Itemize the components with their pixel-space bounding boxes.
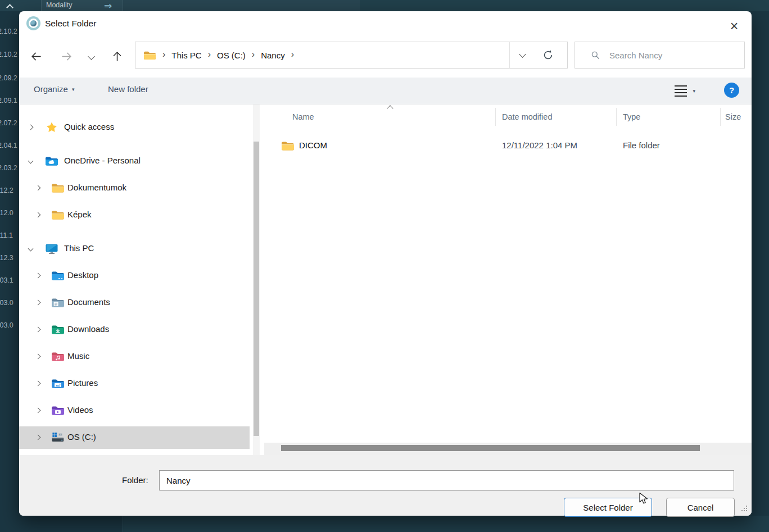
sidebar-item-documents[interactable]: Documents [19, 292, 250, 314]
date-value: .12.3 [0, 254, 20, 262]
arrow-up-icon [111, 51, 123, 62]
organize-button[interactable]: Organize▾ [34, 84, 74, 94]
chevron-right-icon[interactable] [35, 435, 41, 440]
background-panel [123, 516, 769, 532]
modality-column-header[interactable]: Modality [46, 1, 73, 9]
date-value: .11.1 [0, 231, 20, 239]
up-button[interactable] [107, 46, 127, 66]
divider [41, 0, 42, 11]
scrollbar-thumb[interactable] [281, 445, 700, 451]
sidebar-item-dokumentumok[interactable]: Dokumentumok [19, 177, 250, 199]
divider [123, 516, 123, 532]
sidebar-item-pictures[interactable]: Pictures [19, 372, 250, 395]
sidebar-scrollbar[interactable] [253, 104, 260, 455]
divider [123, 0, 123, 11]
search-icon [591, 51, 600, 60]
breadcrumb-item-this-pc[interactable]: This PC [171, 51, 201, 60]
search-box [575, 42, 745, 69]
column-header-type[interactable]: Type [623, 104, 640, 129]
search-input[interactable] [609, 51, 739, 60]
videos-folder-icon [51, 404, 65, 416]
folder-icon [281, 140, 295, 152]
date-value: 2.04.1 [0, 142, 20, 149]
sidebar-item-os-c[interactable]: OS (C:) [19, 426, 250, 449]
chevron-right-icon[interactable] [35, 354, 41, 360]
sidebar-item-this-pc[interactable]: This PC [19, 238, 250, 260]
dialog-title: Select Folder [45, 19, 96, 29]
sidebar-item-onedrive[interactable]: OneDrive - Personal [19, 150, 250, 172]
navigation-pane: Quick access OneDrive - Personal Dokumen… [19, 104, 263, 455]
chevron-right-icon[interactable] [35, 212, 41, 218]
date-value: .12.2 [0, 187, 20, 194]
breadcrumb-separator: › [208, 49, 211, 60]
sidebar-item-downloads[interactable]: Downloads [19, 319, 250, 341]
pictures-folder-icon [51, 378, 65, 389]
folder-icon [51, 182, 65, 194]
date-value: .12.0 [0, 209, 20, 217]
date-value: .03.0 [0, 321, 20, 329]
background-toolbar-segment [0, 0, 41, 11]
column-header-size[interactable]: Size [725, 104, 741, 129]
back-button[interactable] [26, 46, 46, 66]
background-toolbar-segment [123, 0, 360, 11]
column-divider[interactable] [720, 108, 721, 126]
breadcrumb-separator: › [252, 49, 255, 60]
folder-name-input[interactable] [159, 470, 734, 490]
chevron-down-icon[interactable] [28, 246, 34, 252]
drive-icon [51, 431, 65, 443]
mouse-cursor [639, 492, 650, 506]
chevron-right-icon[interactable] [35, 408, 41, 413]
column-divider[interactable] [616, 108, 617, 126]
column-header-name[interactable]: Name [292, 104, 314, 129]
chevron-right-icon[interactable] [35, 381, 41, 387]
resize-grip[interactable] [740, 504, 748, 512]
date-value: 2.09.1 [0, 97, 20, 104]
close-icon[interactable]: × [723, 17, 745, 35]
recent-locations-chevron[interactable] [88, 53, 95, 60]
scrollbar-thumb[interactable] [254, 142, 259, 436]
folder-field-label: Folder: [122, 475, 148, 485]
arrow-right-icon [61, 51, 73, 62]
onedrive-folder-icon [45, 155, 58, 167]
chevron-right-icon[interactable] [35, 185, 41, 191]
downloads-folder-icon [51, 324, 65, 335]
date-value: 2.09.2 [0, 74, 20, 82]
sidebar-item-desktop[interactable]: Desktop [19, 265, 250, 287]
refresh-icon[interactable] [542, 49, 554, 61]
new-folder-button[interactable]: New folder [108, 84, 148, 94]
forward-button[interactable] [56, 46, 76, 66]
navigation-bar: › This PC › OS (C:) › Nancy › [19, 40, 752, 72]
breadcrumb-item-os-c[interactable]: OS (C:) [217, 51, 246, 60]
chevron-down-icon: ▾ [72, 87, 75, 92]
star-icon [45, 121, 58, 133]
date-value: 2.07.2 [0, 119, 20, 127]
sidebar-item-music[interactable]: Music [19, 345, 250, 368]
breadcrumb-item-nancy[interactable]: Nancy [261, 51, 285, 60]
dialog-titlebar: Select Folder × [19, 11, 752, 40]
chevron-right-icon[interactable] [35, 300, 41, 306]
sidebar-item-quick-access[interactable]: Quick access [19, 116, 250, 139]
address-bar[interactable]: › This PC › OS (C:) › Nancy › [135, 42, 568, 69]
address-dropdown-chevron[interactable] [519, 51, 526, 58]
breadcrumb-separator: › [291, 49, 294, 60]
list-view-icon [675, 85, 687, 97]
column-divider[interactable] [495, 108, 496, 126]
chevron-right-icon[interactable] [35, 327, 41, 333]
sidebar-item-kepek[interactable]: Képek [19, 204, 250, 226]
horizontal-scrollbar[interactable] [264, 443, 752, 455]
help-button[interactable]: ? [724, 83, 739, 98]
chevron-down-icon[interactable] [28, 158, 34, 164]
column-header-date-modified[interactable]: Date modified [502, 104, 552, 129]
sidebar-item-videos[interactable]: Videos [19, 399, 250, 422]
chevron-right-icon[interactable] [28, 125, 34, 130]
date-value: .03.0 [0, 299, 20, 307]
double-arrow-icon[interactable]: ⇒ [104, 0, 112, 12]
command-bar: Organize▾ New folder ▾ ? [19, 78, 752, 104]
file-row-dicom[interactable]: DICOM 12/11/2022 1:04 PM File folder [264, 134, 748, 158]
view-options-button[interactable]: ▾ [675, 85, 695, 97]
breadcrumb-separator: › [162, 49, 165, 60]
arrow-left-icon [30, 51, 42, 62]
chevron-right-icon[interactable] [35, 273, 41, 279]
cancel-button[interactable]: Cancel [666, 498, 735, 517]
app-icon [26, 16, 40, 30]
